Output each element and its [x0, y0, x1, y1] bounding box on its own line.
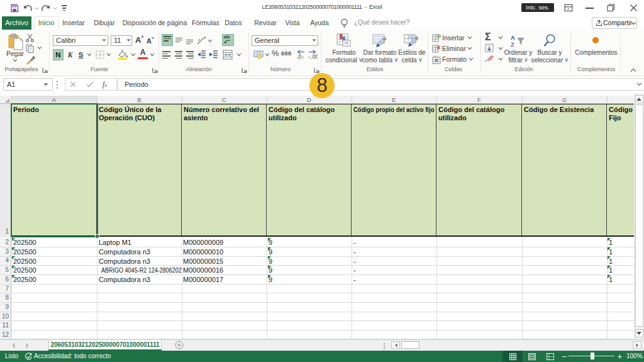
svg-text:,0: ,0 [297, 54, 301, 60]
svg-text:A: A [511, 34, 515, 41]
svg-text:,00: ,00 [311, 54, 318, 60]
svg-text:0: 0 [302, 55, 304, 59]
svg-text:0: 0 [308, 55, 311, 59]
svg-text:Z: Z [511, 41, 514, 48]
